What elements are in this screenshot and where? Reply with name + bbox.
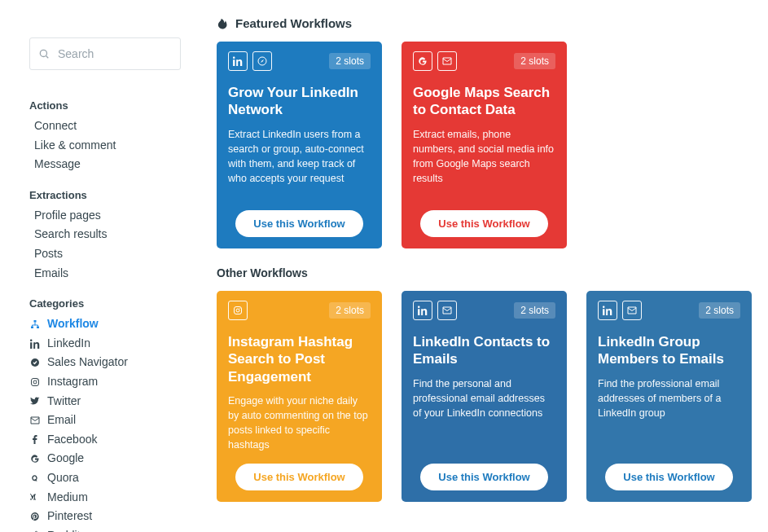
workflow-card: 2 slotsLinkedIn Contacts to EmailsFind t… — [402, 291, 567, 502]
facebook-icon — [29, 435, 41, 445]
sidebar-category[interactable]: LinkedIn — [0, 334, 195, 354]
actions-heading: Actions — [0, 85, 195, 117]
sidebar-category[interactable]: Facebook — [0, 430, 195, 450]
svg-rect-4 — [37, 326, 39, 328]
instagram-icon — [29, 377, 41, 387]
categories-heading: Categories — [0, 283, 195, 314]
sidebar-category[interactable]: Sales Navigator — [0, 353, 195, 372]
sidebar-extraction[interactable]: Profile pages — [0, 206, 195, 226]
card-description: Engage with your niche daily by auto com… — [228, 394, 371, 453]
card-footer: Use this Workflow — [228, 452, 371, 490]
sidebar-category-label: Workflow — [47, 316, 99, 332]
envelope-icon — [437, 301, 457, 320]
sidebar-category-label: Twitter — [47, 394, 81, 410]
sidebar-category-label: Pinterest — [47, 508, 92, 525]
card-icon-row — [413, 51, 457, 71]
sitemap-icon — [29, 319, 41, 329]
sidebar-action-label: Connect — [34, 118, 77, 134]
featured-title: Featured Workflows — [235, 16, 352, 30]
envelope-icon — [29, 415, 41, 425]
instagram-icon — [228, 301, 248, 320]
svg-point-0 — [40, 50, 46, 56]
medium-icon — [29, 492, 41, 502]
featured-grid: 2 slotsGrow Your LinkedIn NetworkExtract… — [217, 42, 752, 248]
svg-point-7 — [33, 380, 37, 384]
card-footer: Use this Workflow — [413, 452, 555, 490]
card-footer: Use this Workflow — [228, 199, 371, 237]
use-workflow-button[interactable]: Use this Workflow — [235, 210, 362, 237]
sidebar: Actions ConnectLike & commentMessage Ext… — [0, 0, 195, 532]
sidebar-category[interactable]: Reddit — [0, 526, 195, 532]
slots-badge: 2 slots — [699, 302, 740, 319]
fire-icon — [217, 17, 229, 29]
sidebar-action[interactable]: Like & comment — [0, 136, 195, 156]
card-icon-row — [598, 301, 642, 320]
card-description: Find the professional email addresses of… — [598, 376, 740, 420]
sidebar-category[interactable]: Instagram — [0, 372, 195, 392]
slots-badge: 2 slots — [329, 53, 371, 69]
sidebar-action[interactable]: Connect — [0, 117, 195, 136]
sidebar-extraction[interactable]: Posts — [0, 244, 195, 264]
slots-badge: 2 slots — [514, 302, 555, 319]
sidebar-category[interactable]: Twitter — [0, 392, 195, 411]
pinterest-icon — [29, 512, 41, 521]
svg-rect-2 — [34, 320, 37, 323]
sidebar-category-label: Sales Navigator — [47, 354, 128, 371]
card-title: Grow Your LinkedIn Network — [228, 84, 371, 119]
card-footer: Use this Workflow — [413, 199, 555, 237]
sidebar-category-label: Quora — [47, 470, 79, 486]
workflow-card: 2 slotsLinkedIn Group Members to EmailsF… — [586, 291, 752, 502]
sidebar-category[interactable]: Workflow — [0, 314, 195, 334]
search-icon — [38, 48, 50, 59]
sidebar-extraction-label: Profile pages — [34, 208, 101, 224]
card-header: 2 slots — [413, 301, 555, 320]
sidebar-extraction-label: Emails — [34, 266, 68, 282]
sidebar-category[interactable]: Medium — [0, 488, 195, 508]
envelope-icon — [437, 51, 457, 71]
svg-point-19 — [239, 308, 240, 309]
extractions-list: Profile pagesSearch resultsPostsEmails — [0, 206, 195, 283]
search-input[interactable] — [29, 37, 181, 70]
sidebar-category[interactable]: Google — [0, 449, 195, 468]
sidebar-category-label: Facebook — [47, 432, 97, 448]
svg-point-8 — [37, 379, 37, 380]
sidebar-category[interactable]: Quora — [0, 468, 195, 488]
use-workflow-button[interactable]: Use this Workflow — [420, 464, 547, 490]
sidebar-category-label: Email — [47, 412, 76, 429]
sidebar-category-label: Instagram — [47, 374, 98, 390]
workflow-card: 2 slotsGoogle Maps Search to Contact Dat… — [402, 42, 567, 248]
extractions-heading: Extractions — [0, 174, 195, 206]
card-title: Instagram Hashtag Search to Post Engagem… — [228, 333, 371, 385]
google-icon — [413, 51, 432, 71]
other-title: Other Workflows — [217, 266, 752, 279]
use-workflow-button[interactable]: Use this Workflow — [420, 210, 547, 237]
card-description: Extract emails, phone numbers, and socia… — [413, 127, 555, 187]
sidebar-category-label: Google — [47, 451, 84, 467]
card-title: Google Maps Search to Contact Data — [413, 84, 555, 119]
card-header: 2 slots — [228, 51, 371, 71]
svg-rect-3 — [31, 326, 33, 328]
sidebar-category-label: LinkedIn — [47, 336, 90, 352]
sidebar-extraction-label: Posts — [34, 246, 63, 262]
card-description: Extract LinkedIn users from a search or … — [228, 127, 371, 187]
sidebar-extraction[interactable]: Search results — [0, 225, 195, 244]
sidebar-extraction-label: Search results — [34, 226, 107, 243]
sidebar-category[interactable]: Pinterest — [0, 507, 195, 526]
card-footer: Use this Workflow — [598, 452, 740, 490]
card-header: 2 slots — [228, 301, 371, 320]
linkedin-icon — [29, 339, 41, 349]
card-title: LinkedIn Group Members to Emails — [598, 333, 740, 368]
card-title: LinkedIn Contacts to Emails — [413, 333, 555, 368]
featured-header: Featured Workflows — [217, 16, 752, 30]
use-workflow-button[interactable]: Use this Workflow — [235, 464, 362, 490]
categories-list: WorkflowLinkedInSales NavigatorInstagram… — [0, 314, 195, 532]
svg-point-18 — [236, 309, 239, 312]
other-grid: 2 slotsInstagram Hashtag Search to Post … — [217, 291, 752, 502]
card-icon-row — [228, 51, 272, 71]
use-workflow-button[interactable]: Use this Workflow — [605, 464, 732, 490]
sidebar-action[interactable]: Message — [0, 155, 195, 174]
sidebar-action-label: Message — [34, 156, 81, 173]
sidebar-extraction[interactable]: Emails — [0, 264, 195, 284]
compass-check-icon — [29, 358, 41, 367]
sidebar-category[interactable]: Email — [0, 411, 195, 430]
